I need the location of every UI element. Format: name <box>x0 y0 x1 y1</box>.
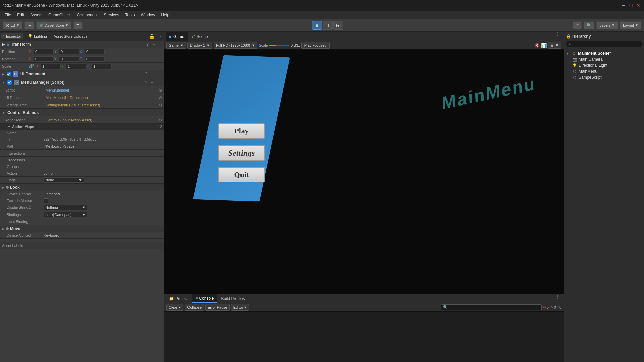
view-tab-more-icon[interactable]: ⋮ <box>553 32 562 41</box>
menu-gameobject[interactable]: GameObject <box>46 12 73 18</box>
position-x-input[interactable] <box>34 49 54 54</box>
settings-game-button[interactable]: Settings <box>218 145 265 161</box>
minimize-button[interactable]: ─ <box>621 3 626 8</box>
scale-z-input[interactable] <box>92 64 112 69</box>
move-header[interactable]: ▶ Move <box>0 225 164 232</box>
ui-doc-ref-value[interactable]: MainMenu (UI Document) <box>46 96 159 100</box>
cloud-button[interactable]: ☁ <box>24 21 34 29</box>
play-focused-button[interactable]: Play Focused <box>301 42 330 49</box>
position-z-input[interactable] <box>85 49 105 54</box>
rotation-y-input[interactable] <box>59 56 79 62</box>
tab-inspector[interactable]: ℹ Inspector <box>1 33 23 39</box>
hierarchy-search-input[interactable] <box>566 41 642 47</box>
hierarchy-mainmenu-item[interactable]: ⬡ MainMenu <box>564 68 644 74</box>
collab-button[interactable]: ⇄ <box>73 21 83 29</box>
menu-component[interactable]: Component <box>74 12 100 18</box>
bottom-panel-more-icon[interactable]: ⋮ <box>553 294 562 303</box>
control-rebinds-header[interactable]: ▼ Control Rebinds <box>0 109 164 116</box>
step-button[interactable]: ⏭ <box>333 21 343 30</box>
scale-x-input[interactable] <box>41 64 61 69</box>
hierarchy-directional-light-item[interactable]: 💡 Directional Light <box>564 62 644 68</box>
hierarchy-scene-item[interactable]: ▼ ⬡ MainMenuScene* <box>564 50 644 56</box>
search-button[interactable]: 🔍 <box>584 21 594 29</box>
hierarchy-main-camera-item[interactable]: 📷 Main Camera <box>564 56 644 62</box>
branch-button[interactable]: ⊙ LB ▼ <box>3 21 22 29</box>
layout-button[interactable]: Layout ▼ <box>620 21 641 29</box>
maximize-button[interactable]: □ <box>629 3 633 8</box>
tab-build-profiles[interactable]: Build Profiles <box>218 294 248 303</box>
pause-button[interactable]: ⏸ <box>323 21 333 30</box>
resolution-dropdown[interactable]: Full HD (644x362) ▼ <box>214 42 257 49</box>
action-asset-target-icon[interactable]: ⊙ <box>159 118 162 122</box>
menu-file[interactable]: File <box>2 12 14 18</box>
stop-button[interactable]: ■ <box>312 21 322 30</box>
tab-scene[interactable]: ⬡ Scene <box>189 32 211 41</box>
layers-dropdown-icon: ▼ <box>611 23 615 27</box>
hierarchy-title: Hierarchy <box>572 34 632 39</box>
action-maps-header[interactable]: ▼ Action Maps 2 <box>0 124 164 130</box>
asset-store-button[interactable]: 🛒 Asset Store ▼ <box>36 21 71 29</box>
transform-settings-icon[interactable]: ⋯ <box>151 42 155 47</box>
mm-help-icon[interactable]: ? <box>145 80 147 85</box>
menu-services[interactable]: Services <box>101 12 122 18</box>
hierarchy-add-icon[interactable]: + <box>633 34 635 39</box>
mm-settings-icon[interactable]: ⋯ <box>151 80 155 85</box>
tab-console[interactable]: ≡ Console <box>192 294 217 303</box>
lock-icon[interactable]: 🔒 <box>149 34 155 39</box>
settings-tree-target-icon[interactable]: ⊙ <box>159 103 162 107</box>
scale-lock-icon[interactable]: 🔗 <box>29 64 34 69</box>
rotation-z-input[interactable] <box>85 56 105 62</box>
quit-game-button[interactable]: Quit <box>218 167 265 182</box>
menu-window[interactable]: Window <box>138 12 158 18</box>
tab-asset-store-uploader[interactable]: Asset Store Uploader <box>52 34 91 39</box>
tab-project[interactable]: 📁 Project <box>166 294 191 303</box>
position-y-input[interactable] <box>59 49 79 54</box>
ui-document-enabled-checkbox[interactable] <box>7 72 11 76</box>
rotation-x-input[interactable] <box>34 56 54 62</box>
menu-tools[interactable]: Tools <box>122 12 137 18</box>
history-button[interactable]: ⟳ <box>573 21 582 29</box>
tab-lighting[interactable]: 💡 Lighting <box>26 33 49 39</box>
script-target-icon[interactable]: ⊙ <box>159 88 162 93</box>
bindings-dropdown[interactable]: Look[Gamepad] ▼ <box>44 212 87 217</box>
menu-help[interactable]: Help <box>158 12 172 18</box>
settings-tree-value[interactable]: SettingsMenu (Visual Tree Asset) <box>46 103 159 107</box>
script-value[interactable]: MenuManager <box>46 88 159 92</box>
display-dropdown[interactable]: Display 1 ▼ <box>187 42 212 49</box>
transform-help-icon[interactable]: ? <box>146 42 149 47</box>
hierarchy-more-icon[interactable]: ⋮ <box>638 34 642 39</box>
inspector-settings-icon[interactable]: ⋮ <box>159 34 163 39</box>
scale-slider[interactable] <box>269 45 289 46</box>
transform-menu-icon[interactable]: ⋮ <box>158 42 162 47</box>
ui-doc-help-icon[interactable]: ? <box>145 72 147 76</box>
console-search-input[interactable] <box>441 304 542 310</box>
ui-doc-target-icon[interactable]: ⊙ <box>159 95 162 100</box>
menu-edit[interactable]: Edit <box>14 12 27 18</box>
scale-y-input[interactable] <box>66 64 86 69</box>
mute-icon[interactable]: 🔇 <box>535 43 540 48</box>
stats-icon[interactable]: 📊 <box>541 43 547 48</box>
clear-button[interactable]: Clear ▼ <box>166 304 183 311</box>
ui-doc-menu-icon[interactable]: ⋮ <box>158 72 162 76</box>
hierarchy-sampescript-item[interactable]: ⬡ SampeScript <box>564 74 644 80</box>
play-game-button[interactable]: Play <box>218 123 265 139</box>
exclude-mouse-checkbox[interactable] <box>44 198 48 203</box>
game-mode-dropdown[interactable]: Game ▼ <box>166 42 186 49</box>
menu-manager-header[interactable]: ▼ C# Menu Manager (Script) ? ⋯ ⋮ <box>0 78 164 86</box>
flags-dropdown[interactable]: None ▼ <box>44 177 84 183</box>
error-pause-button[interactable]: Error Pause <box>205 304 230 311</box>
collapse-button[interactable]: Collapse <box>185 304 204 311</box>
display-string-dropdown[interactable]: Nothing ▼ <box>44 205 87 210</box>
close-button[interactable]: ✕ <box>636 3 641 8</box>
ui-doc-settings-icon[interactable]: ⋯ <box>151 72 155 76</box>
layers-button[interactable]: Layers ▼ <box>596 21 618 29</box>
editor-dropdown[interactable]: Editor ▼ <box>231 304 249 311</box>
gizmos-dropdown[interactable]: ⊞ ▼ <box>548 42 561 49</box>
ui-document-header[interactable]: ▶ UI UI Document ? ⋯ ⋮ <box>0 70 164 78</box>
menu-manager-enabled-checkbox[interactable] <box>7 80 12 85</box>
menu-assets[interactable]: Assets <box>28 12 45 18</box>
transform-header[interactable]: ▶ ⊞ Transform ? ⋯ ⋮ <box>0 41 164 48</box>
look-header[interactable]: ▶ Look <box>0 184 164 191</box>
tab-game[interactable]: ▶ Game <box>166 32 188 41</box>
mm-menu-icon[interactable]: ⋮ <box>158 80 162 85</box>
